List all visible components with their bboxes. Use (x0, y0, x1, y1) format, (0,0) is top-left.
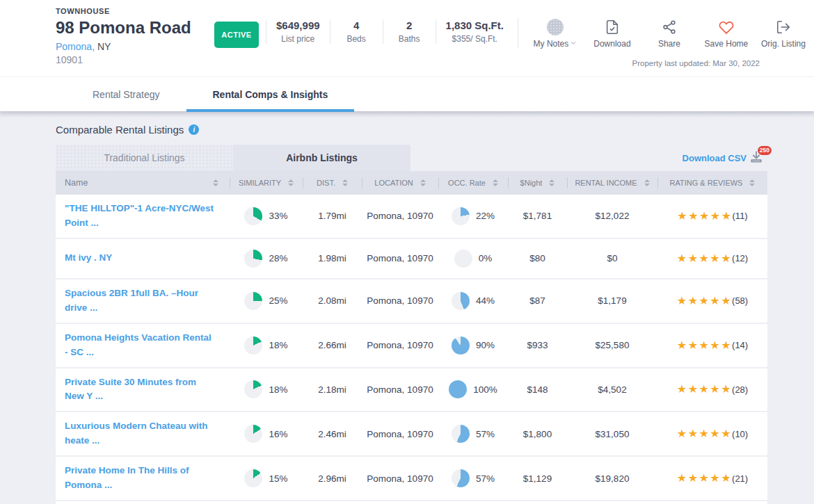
property-header: TOWNHOUSE 98 Pomona Road Pomona, NY 1090… (0, 0, 814, 76)
similarity-value: 33% (269, 211, 287, 221)
occupancy-value: 100% (473, 384, 497, 395)
orig-listing-label: Orig. Listing (755, 39, 812, 49)
download-button[interactable]: Download (584, 18, 641, 49)
download-csv-link[interactable]: Download CSV 250 (683, 150, 767, 165)
external-listing-icon (776, 19, 791, 35)
sort-icon[interactable] (749, 179, 755, 186)
header-rating-reviews[interactable]: RATING & REVIEWS (657, 171, 767, 195)
review-count: (58) (732, 295, 748, 306)
stat-sqft: 1,830 Sq.Ft. $355/ Sq.Ft. (436, 19, 513, 44)
table-row: Pomona Heights Vacation Rental - SC ... … (56, 324, 767, 368)
review-count: (11) (733, 211, 748, 221)
subtab-airbnb-listings[interactable]: Airbnb Listings (233, 145, 410, 171)
rental-income-value: $1,179 (567, 295, 657, 306)
occupancy-pie-icon (454, 250, 472, 268)
comps-table: Name SIMILARITY DIST. LOCATION OCC. Rate… (56, 171, 767, 504)
distance-value: 2.46mi (303, 429, 362, 439)
night-price-value: $1,800 (508, 429, 567, 439)
tab-rental-comps-insights[interactable]: Rental Comps & Insights (186, 77, 355, 112)
sort-icon[interactable] (493, 179, 498, 186)
night-price-value: $80 (508, 253, 567, 263)
listing-name-link[interactable]: Private Home In The Hills of Pomona ... (65, 464, 216, 493)
star-rating-icon: ★★★★★ (677, 295, 732, 307)
star-rating-icon: ★★★★★ (677, 384, 732, 395)
listing-name-link[interactable]: Mt ivy . NY (65, 251, 112, 266)
sort-icon[interactable] (644, 179, 650, 186)
listing-name-link[interactable]: Luxurious Modern Chateau with heate ... (65, 419, 216, 448)
table-row: Valley View 2.5+ acres of privacy p 15% … (56, 501, 767, 504)
sort-icon[interactable] (420, 179, 426, 186)
tab-rental-strategy[interactable]: Rental Strategy (66, 77, 186, 112)
rental-income-value: $4,502 (567, 384, 657, 395)
stat-list-price: $649,999 List price (266, 19, 330, 44)
header-name[interactable]: Name (56, 171, 230, 195)
table-row: Spacious 2BR 1full BA. –Hour drive ... 2… (56, 279, 767, 324)
star-rating-icon: ★★★★★ (677, 253, 732, 264)
location-value: Pomona, 10970 (362, 429, 438, 439)
distance-value: 1.79mi (303, 211, 362, 221)
header-rental-income[interactable]: RENTAL INCOME (567, 171, 657, 195)
star-rating-icon: ★★★★★ (677, 473, 732, 484)
sort-icon[interactable] (288, 179, 294, 186)
header-distance[interactable]: DIST. (303, 171, 362, 195)
location-value: Pomona, 10970 (362, 295, 438, 306)
occupancy-pie-icon (452, 425, 470, 443)
occupancy-value: 57% (476, 429, 495, 439)
occupancy-pie-icon (452, 207, 470, 225)
listing-name-link[interactable]: Pomona Heights Vacation Rental - SC ... (65, 331, 216, 360)
occupancy-value: 22% (476, 211, 495, 221)
main-tabbar: Rental Strategy Rental Comps & Insights (0, 76, 814, 111)
location-value: Pomona, 10970 (362, 340, 438, 350)
listing-name-link[interactable]: Spacious 2BR 1full BA. –Hour drive ... (65, 286, 216, 316)
share-button[interactable]: Share (641, 18, 698, 49)
similarity-value: 18% (269, 340, 287, 350)
similarity-value: 16% (269, 429, 287, 439)
occupancy-value: 44% (476, 295, 495, 306)
csv-count-badge: 250 (758, 146, 772, 155)
header-similarity[interactable]: SIMILARITY (230, 171, 303, 195)
similarity-pie-icon (244, 336, 262, 355)
subtab-traditional-listings[interactable]: Traditional Listings (56, 145, 233, 171)
night-price-value: $87 (508, 295, 567, 306)
similarity-pie-icon (244, 250, 262, 268)
orig-listing-button[interactable]: Orig. Listing (755, 18, 812, 49)
header-night-price[interactable]: $Night (508, 171, 567, 195)
download-label: Download (584, 39, 641, 49)
sort-icon[interactable] (213, 179, 218, 186)
stat-beds: 4 Beds (330, 19, 383, 44)
night-price-value: $933 (508, 340, 567, 350)
night-price-value: $1,129 (508, 473, 567, 484)
my-notes-button[interactable]: My Notes (527, 18, 584, 49)
save-home-button[interactable]: Save Home (698, 18, 755, 49)
header-location[interactable]: LOCATION (362, 171, 438, 195)
table-row: Mt ivy . NY 28% 1.98mi Pomona, 10970 0% … (56, 239, 767, 279)
last-updated-text: Property last updated: Mar 30, 2022 (632, 59, 760, 67)
occupancy-value: 0% (479, 253, 493, 263)
table-row: Luxurious Modern Chateau with heate ... … (56, 412, 767, 457)
chevron-down-icon (570, 40, 577, 47)
review-count: (10) (732, 429, 748, 439)
save-home-label: Save Home (698, 39, 755, 49)
distance-value: 2.08mi (303, 295, 362, 306)
header-occ-rate[interactable]: OCC. Rate (438, 171, 508, 195)
property-stats: $649,999 List price 4 Beds 2 Baths 1,830… (259, 19, 513, 44)
occupancy-value: 90% (476, 340, 495, 350)
city-link[interactable]: Pomona, (56, 41, 95, 52)
sort-icon[interactable] (342, 179, 348, 186)
review-count: (12) (732, 253, 748, 263)
location-value: Pomona, 10970 (362, 384, 438, 395)
listing-subtabs: Traditional Listings Airbnb Listings Dow… (56, 145, 767, 171)
info-icon[interactable]: i (189, 124, 199, 135)
document-icon (605, 19, 620, 35)
sort-icon[interactable] (549, 179, 554, 186)
property-address: 98 Pomona Road (56, 18, 209, 38)
rental-income-value: $12,022 (567, 211, 657, 221)
my-notes-label: My Notes (527, 39, 584, 49)
table-row: Private Home In The Hills of Pomona ... … (56, 457, 767, 501)
listing-name-link[interactable]: Private Suite 30 Minutes from New Y ... (65, 375, 216, 405)
distance-value: 1.98mi (303, 253, 362, 263)
listing-name-link[interactable]: "THE HILLTOP"-1 Acre-NYC/West Point ... (65, 202, 216, 231)
table-header-row: Name SIMILARITY DIST. LOCATION OCC. Rate… (56, 171, 767, 195)
property-type-label: TOWNHOUSE (56, 7, 209, 15)
similarity-pie-icon (244, 425, 262, 443)
